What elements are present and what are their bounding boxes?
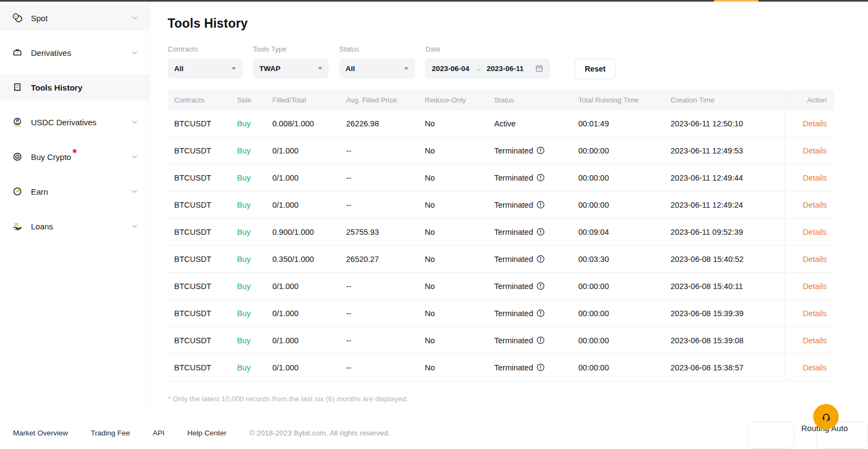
cell-reduce-only: No: [425, 228, 494, 236]
reset-button[interactable]: Reset: [575, 59, 616, 79]
cell-status: Terminated: [494, 174, 578, 182]
footer-link-help-center[interactable]: Help Center: [187, 429, 226, 437]
sidebar: Spot Derivatives Tools History USDC Deri: [0, 2, 150, 414]
info-icon[interactable]: [537, 174, 545, 182]
partial-button-outline-left[interactable]: [748, 421, 794, 448]
cell-action: Details: [784, 110, 834, 137]
column-header-avg-filled-price: Avg. Filled Price: [346, 96, 425, 104]
info-icon[interactable]: [537, 146, 545, 155]
customer-support-button[interactable]: [813, 404, 839, 429]
cell-avg-filled-price: --: [346, 174, 425, 182]
status-text: Terminated: [494, 174, 533, 182]
details-link[interactable]: Details: [803, 119, 827, 128]
usdc-derivatives-icon: [12, 117, 23, 127]
cell-contracts: BTCUSDT: [168, 336, 237, 345]
info-icon[interactable]: [537, 201, 545, 209]
cell-avg-filled-price: 25755.93: [346, 228, 425, 236]
cell-reduce-only: No: [425, 146, 494, 155]
info-icon[interactable]: [537, 228, 545, 236]
cell-total-running-time: 00:09:04: [578, 228, 671, 236]
table-row: BTCUSDT Buy 0/1.000 -- No Terminated 00:…: [168, 327, 834, 354]
table-row: BTCUSDT Buy 0.008/1.000 26226.98 No Acti…: [168, 110, 834, 137]
contracts-select[interactable]: All: [168, 58, 242, 79]
info-icon[interactable]: [537, 255, 545, 263]
cell-action: Details: [784, 246, 834, 272]
chevron-down-icon: [131, 222, 138, 230]
cell-creation-time: 2023-06-11 09:52:39: [671, 228, 784, 236]
cell-reduce-only: No: [425, 363, 494, 372]
footer-link-api[interactable]: API: [153, 429, 165, 437]
cell-status: Terminated: [494, 255, 578, 264]
status-text: Terminated: [494, 228, 533, 236]
arrow-right-icon: →: [474, 64, 482, 73]
cell-side: Buy: [237, 201, 272, 209]
calendar-icon: [535, 64, 544, 73]
sidebar-item-buy-crypto[interactable]: Buy Crypto: [0, 144, 149, 170]
cell-creation-time: 2023-06-11 12:49:53: [671, 146, 784, 155]
sidebar-item-label: Loans: [31, 222, 53, 231]
tools-type-selected-value: TWAP: [259, 65, 280, 73]
sidebar-item-spot[interactable]: Spot: [0, 5, 149, 31]
chevron-down-icon: [131, 153, 138, 161]
table-row: BTCUSDT Buy 0/1.000 -- No Terminated 00:…: [168, 137, 834, 164]
status-text: Terminated: [494, 309, 533, 318]
cell-action: Details: [784, 137, 834, 164]
footer-link-market-overview[interactable]: Market Overview: [13, 429, 68, 437]
headset-icon: [819, 410, 833, 424]
filter-tools-type: Tools Type TWAP: [253, 45, 329, 79]
info-icon[interactable]: [537, 282, 545, 290]
details-link[interactable]: Details: [803, 201, 827, 209]
status-text: Terminated: [494, 363, 533, 372]
details-link[interactable]: Details: [803, 255, 827, 264]
status-text: Active: [494, 119, 516, 128]
cell-avg-filled-price: --: [346, 309, 425, 318]
caret-down-icon: [318, 67, 322, 70]
table-row: BTCUSDT Buy 0.350/1.000 26520.27 No Term…: [168, 246, 834, 273]
sidebar-item-loans[interactable]: Loans: [0, 213, 149, 239]
status-text: Terminated: [494, 146, 533, 155]
column-header-creation-time: Creation Time: [671, 96, 784, 104]
cell-contracts: BTCUSDT: [168, 228, 237, 236]
cell-contracts: BTCUSDT: [168, 201, 237, 209]
cell-creation-time: 2023-06-11 12:49:44: [671, 174, 784, 182]
cell-side: Buy: [237, 146, 272, 155]
sidebar-item-label: Derivatives: [31, 48, 71, 57]
filter-bar: Contracts All Tools Type TWAP Status All…: [168, 45, 868, 79]
details-link[interactable]: Details: [803, 146, 827, 155]
earn-icon: [12, 186, 23, 197]
cell-status: Active: [494, 119, 578, 128]
info-icon[interactable]: [537, 336, 545, 344]
details-link[interactable]: Details: [803, 309, 827, 318]
sidebar-item-usdc-derivatives[interactable]: USDC Derivatives: [0, 109, 149, 135]
status-select[interactable]: All: [339, 58, 415, 79]
details-link[interactable]: Details: [803, 282, 827, 291]
top-progress-bar: [0, 0, 868, 2]
cell-action: Details: [784, 273, 834, 299]
cell-avg-filled-price: 26520.27: [346, 255, 425, 264]
info-icon[interactable]: [537, 363, 545, 371]
details-link[interactable]: Details: [803, 336, 827, 345]
tools-type-select[interactable]: TWAP: [253, 58, 329, 79]
cell-creation-time: 2023-06-11 12:50:10: [671, 119, 784, 128]
date-range-picker[interactable]: 2023-06-04 → 2023-06-11: [425, 58, 550, 79]
sidebar-item-tools-history[interactable]: Tools History: [0, 74, 149, 100]
cell-status: Terminated: [494, 201, 578, 209]
cell-total-running-time: 00:00:00: [578, 282, 671, 291]
cell-status: Terminated: [494, 282, 578, 291]
footer-link-trading-fee[interactable]: Trading Fee: [91, 429, 130, 437]
column-header-action: Action: [784, 90, 834, 110]
main-content: Tools History Contracts All Tools Type T…: [150, 2, 868, 449]
column-header-side: Side: [237, 96, 272, 104]
details-link[interactable]: Details: [803, 174, 827, 182]
sidebar-item-derivatives[interactable]: Derivatives: [0, 40, 149, 66]
details-link[interactable]: Details: [803, 228, 827, 236]
loans-icon: [12, 221, 23, 232]
info-icon[interactable]: [537, 309, 545, 317]
table-row: BTCUSDT Buy 0.900/1.000 25755.93 No Term…: [168, 219, 834, 246]
cell-total-running-time: 00:00:00: [578, 201, 671, 209]
cell-total-running-time: 00:01:49: [578, 119, 671, 128]
cell-total-running-time: 00:00:00: [578, 146, 671, 155]
sidebar-item-earn[interactable]: Earn: [0, 178, 149, 204]
cell-action: Details: [784, 191, 834, 218]
details-link[interactable]: Details: [803, 363, 827, 372]
